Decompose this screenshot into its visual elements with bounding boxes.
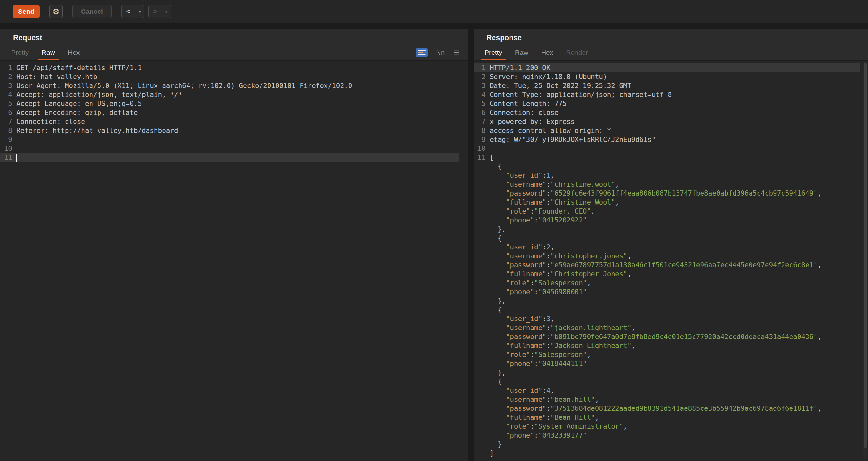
editor-line[interactable]: "role":"Salesperson", bbox=[474, 278, 860, 287]
editor-line[interactable]: }, bbox=[474, 297, 860, 305]
editor-line[interactable]: 3User-Agent: Mozilla/5.0 (X11; Linux aar… bbox=[0, 81, 459, 90]
tab-request-raw[interactable]: Raw bbox=[35, 45, 61, 60]
tab-response-raw[interactable]: Raw bbox=[508, 45, 535, 60]
token-plain: : bbox=[546, 270, 551, 278]
editor-line[interactable]: 1GET /api/staff-details HTTP/1.1 bbox=[0, 63, 459, 72]
tab-request-pretty[interactable]: Pretty bbox=[5, 45, 35, 60]
token-plain: , bbox=[587, 279, 591, 287]
editor-line[interactable]: 9 bbox=[0, 135, 459, 144]
editor-line[interactable]: "phone":"0456980001" bbox=[474, 287, 860, 297]
editor-line[interactable]: 11 bbox=[0, 153, 459, 162]
tab-response-render[interactable]: Render bbox=[559, 45, 594, 60]
editor-line[interactable]: 5Content-Length: 775 bbox=[474, 99, 860, 108]
editor-line[interactable]: { bbox=[474, 305, 860, 314]
editor-line[interactable]: 5Accept-Language: en-US,en;q=0.5 bbox=[0, 99, 459, 108]
response-editor[interactable]: 1HTTP/1.1 200 OK2Server: nginx/1.18.0 (U… bbox=[474, 61, 868, 461]
editor-line[interactable]: "user_id":2, bbox=[474, 243, 860, 252]
tab-request-hex[interactable]: Hex bbox=[61, 45, 86, 60]
editor-line[interactable]: "username":"christine.wool", bbox=[474, 180, 860, 189]
editor-line[interactable]: ] bbox=[474, 449, 860, 458]
response-panel: Response Pretty Raw Hex Render 1HTTP/1.1… bbox=[473, 29, 868, 461]
panel-divider[interactable] bbox=[469, 29, 473, 461]
editor-line[interactable]: "username":"jackson.lightheart", bbox=[474, 324, 860, 332]
editor-line[interactable]: "user_id":1, bbox=[474, 171, 860, 180]
editor-line[interactable]: "phone":"0419444111" bbox=[474, 359, 860, 368]
vertical-scrollbar[interactable] bbox=[863, 62, 867, 459]
editor-menu-icon[interactable]: ≡ bbox=[454, 48, 459, 57]
token-plain bbox=[490, 279, 506, 287]
line-number bbox=[474, 189, 490, 198]
token-num: 3 bbox=[546, 315, 551, 323]
token-plain: etag: W/"307-yT9RDkJOX+lsRRlC/J2nEu9d6Is… bbox=[490, 136, 655, 144]
editor-line[interactable]: "user_id":4, bbox=[474, 386, 860, 395]
editor-line[interactable]: "password":"6529fc6e43f9061ff4eaa806b087… bbox=[474, 189, 860, 198]
editor-line[interactable]: "username":"christopher.jones", bbox=[474, 252, 860, 260]
editor-line[interactable]: }, bbox=[474, 225, 860, 234]
editor-line[interactable]: 10 bbox=[0, 144, 459, 153]
token-str: "Salesperson" bbox=[534, 279, 587, 287]
editor-line[interactable]: 2Server: nginx/1.18.0 (Ubuntu) bbox=[474, 72, 860, 81]
editor-line[interactable]: 10 bbox=[474, 144, 860, 153]
tab-response-pretty[interactable]: Pretty bbox=[478, 45, 508, 60]
editor-line[interactable]: 6Connection: close bbox=[474, 108, 860, 117]
editor-line[interactable]: "phone":"0432339177" bbox=[474, 431, 860, 440]
format-lines-icon[interactable] bbox=[416, 48, 428, 57]
editor-line[interactable]: "role":"Founder, CEO", bbox=[474, 207, 860, 216]
editor-line[interactable]: "role":"Salesperson", bbox=[474, 350, 860, 359]
next-request-dropdown[interactable]: ▾ bbox=[162, 5, 171, 18]
editor-line[interactable]: "password":"b091bc790fe647a0d7e8fb8ed9c4… bbox=[474, 332, 860, 341]
editor-line[interactable]: 6Accept-Encoding: gzip, deflate bbox=[0, 108, 459, 117]
scrollbar-thumb[interactable] bbox=[864, 63, 867, 448]
editor-line[interactable]: 8access-control-allow-origin: * bbox=[474, 126, 860, 135]
editor-line[interactable]: { bbox=[474, 234, 860, 243]
editor-line[interactable]: { bbox=[474, 377, 860, 386]
editor-line[interactable]: 7Connection: close bbox=[0, 117, 459, 126]
editor-line[interactable]: 8Referer: http://hat-valley.htb/dashboar… bbox=[0, 126, 459, 135]
settings-button[interactable]: ⚙ bbox=[49, 5, 63, 18]
editor-line[interactable]: 9etag: W/"307-yT9RDkJOX+lsRRlC/J2nEu9d6I… bbox=[474, 135, 860, 144]
editor-line[interactable]: { bbox=[474, 162, 860, 171]
editor-line[interactable]: }, bbox=[474, 368, 860, 377]
token-plain bbox=[490, 198, 506, 206]
editor-line[interactable]: 3Date: Tue, 25 Oct 2022 19:25:32 GMT bbox=[474, 81, 860, 90]
token-str: "jackson.lightheart" bbox=[551, 324, 631, 332]
editor-line[interactable]: "phone":"0415202922" bbox=[474, 216, 860, 225]
line-text: Connection: close bbox=[16, 117, 459, 126]
editor-line[interactable]: "fullname":"Jackson Lightheart", bbox=[474, 341, 860, 350]
editor-line[interactable]: 7x-powered-by: Express bbox=[474, 117, 860, 126]
editor-line[interactable]: 2Host: hat-valley.htb bbox=[0, 72, 459, 81]
editor-line[interactable]: 11[ bbox=[474, 153, 860, 162]
prev-request-group: < ▾ bbox=[121, 5, 144, 18]
next-request-button[interactable]: > bbox=[149, 5, 162, 18]
editor-line[interactable]: 4Content-Type: application/json; charset… bbox=[474, 90, 860, 99]
editor-line[interactable]: "username":"bean.hill", bbox=[474, 395, 860, 404]
token-plain bbox=[490, 324, 506, 332]
editor-line[interactable]: "fullname":"Bean Hill", bbox=[474, 413, 860, 422]
send-button[interactable]: Send bbox=[13, 5, 40, 18]
editor-line[interactable]: "user_id":3, bbox=[474, 314, 860, 324]
request-editor[interactable]: 1GET /api/staff-details HTTP/1.12Host: h… bbox=[0, 61, 468, 461]
line-number: 5 bbox=[474, 99, 490, 108]
line-number bbox=[474, 216, 490, 225]
editor-line[interactable]: 4Accept: application/json, text/plain, *… bbox=[0, 90, 459, 99]
token-num: 2 bbox=[546, 243, 551, 251]
cancel-button[interactable]: Cancel bbox=[72, 5, 112, 18]
editor-line[interactable]: "fullname":"Christopher Jones", bbox=[474, 270, 860, 278]
token-plain bbox=[490, 216, 506, 224]
editor-line[interactable]: "fullname":"Christine Wool", bbox=[474, 198, 860, 207]
token-str: "System Administrator" bbox=[534, 423, 623, 430]
token-plain: Content-Length: 775 bbox=[490, 100, 566, 107]
editor-line[interactable]: 1HTTP/1.1 200 OK bbox=[474, 63, 860, 72]
line-number bbox=[474, 171, 490, 180]
editor-line[interactable]: "role":"System Administrator", bbox=[474, 422, 860, 431]
token-plain: : bbox=[546, 261, 551, 269]
editor-line[interactable]: "password":"e59ae67897757d1a138a46c1f501… bbox=[474, 260, 860, 270]
show-nonprintable-icon[interactable]: \n bbox=[437, 49, 444, 56]
tab-response-hex[interactable]: Hex bbox=[535, 45, 559, 60]
editor-line[interactable]: } bbox=[474, 440, 860, 449]
token-key: "username" bbox=[506, 252, 546, 260]
line-number: 5 bbox=[0, 99, 16, 108]
editor-line[interactable]: "password":"37513684de081222aaded9b8391d… bbox=[474, 404, 860, 413]
prev-request-dropdown[interactable]: ▾ bbox=[135, 5, 144, 18]
prev-request-button[interactable]: < bbox=[122, 5, 135, 18]
